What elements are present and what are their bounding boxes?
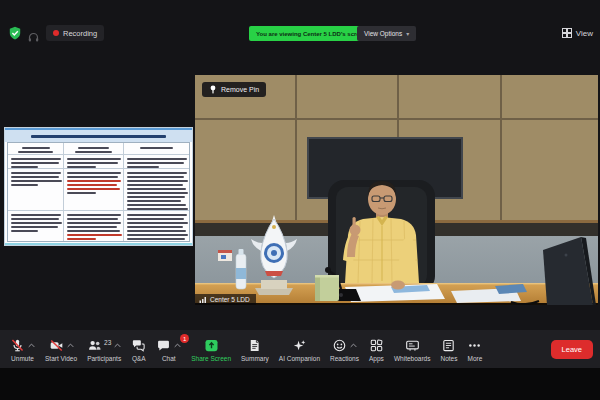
participants-icon [87, 338, 102, 353]
chevron-up-icon[interactable] [114, 343, 121, 348]
view-button[interactable]: View [562, 28, 593, 38]
view-options-button[interactable]: View Options ▾ [357, 26, 416, 41]
table-cell [124, 143, 189, 154]
green-box [315, 275, 339, 301]
chat-button[interactable]: 1Chat [153, 334, 184, 364]
table-row [8, 169, 189, 211]
table-row [8, 155, 189, 169]
table-cell [8, 169, 64, 210]
meeting-toolbar: UnmuteStart Video23ParticipantsQ&A1ChatS… [0, 330, 600, 368]
toolbar-label: Unmute [11, 355, 34, 362]
toolbar-label: Apps [369, 355, 384, 362]
whiteboards-icon [405, 338, 420, 353]
chevron-down-icon: ▾ [406, 30, 409, 37]
table-header-row [8, 143, 189, 155]
remove-pin-button[interactable]: Remove Pin [202, 82, 266, 97]
chevron-up-icon[interactable] [350, 343, 357, 348]
table-cell [64, 155, 124, 168]
water-bottle [236, 249, 246, 289]
notes-icon [441, 338, 456, 353]
leave-button[interactable]: Leave [551, 340, 593, 359]
whiteboards-button[interactable]: Whiteboards [391, 334, 434, 364]
pin-icon [209, 85, 217, 94]
reactions-button[interactable]: Reactions [327, 334, 362, 364]
recording-indicator: Recording [46, 25, 104, 41]
ai-icon [292, 338, 307, 353]
qa-icon [131, 338, 146, 353]
zoom-meeting-window: Recording You are viewing Center 5 LDD's… [0, 0, 600, 400]
table-cell [64, 143, 124, 154]
more-icon [467, 338, 482, 353]
share-icon [204, 338, 219, 353]
share-screen-button[interactable]: Share Screen [188, 334, 234, 364]
participants-count: 23 [104, 339, 111, 346]
chevron-up-icon[interactable] [28, 343, 35, 348]
desk-item-box [218, 250, 232, 261]
table-cell [8, 211, 64, 242]
recording-label: Recording [63, 29, 97, 38]
bottom-strip [0, 368, 600, 400]
table-row [8, 211, 189, 242]
qa-button[interactable]: Q&A [128, 334, 149, 364]
left-hand [391, 281, 405, 290]
table-cell [124, 155, 189, 168]
shared-screen-document [5, 128, 192, 245]
toolbar-label: Whiteboards [394, 355, 431, 362]
ai-companion-button[interactable]: AI Companion [276, 334, 323, 364]
apps-button[interactable]: Apps [366, 334, 387, 364]
summary-button[interactable]: Summary [238, 334, 272, 364]
table-cell [8, 143, 64, 154]
toolbar-label: Q&A [132, 355, 146, 362]
video-feed: Remove Pin Center 5 LDD [195, 75, 598, 305]
table-cell [64, 169, 124, 210]
toolbar-label: Notes [440, 355, 457, 362]
view-grid-icon [562, 28, 572, 38]
viewing-screen-banner: You are viewing Center 5 LDD's screen [249, 26, 374, 41]
more-button[interactable]: More [464, 334, 485, 364]
table-cell [124, 169, 189, 210]
toolbar-label: More [468, 355, 483, 362]
mic-off-icon [10, 338, 25, 353]
document-table [7, 142, 190, 242]
document-title-band [5, 130, 192, 142]
video-off-icon [49, 338, 64, 353]
table-cell [8, 155, 64, 168]
chevron-up-icon[interactable] [174, 343, 181, 348]
table-cell [64, 211, 124, 242]
chevron-up-icon[interactable] [67, 343, 74, 348]
toolbar-label: Summary [241, 355, 269, 362]
document-title [31, 135, 166, 138]
participants-button[interactable]: 23Participants [84, 334, 124, 364]
notes-button[interactable]: Notes [437, 334, 460, 364]
summary-icon [247, 338, 262, 353]
reactions-icon [332, 338, 347, 353]
audio-status-icon [28, 29, 39, 40]
toolbar-items: UnmuteStart Video23ParticipantsQ&A1ChatS… [7, 334, 551, 364]
shield-check-icon[interactable] [8, 26, 22, 40]
participant-name-label: Center 5 LDD [195, 294, 256, 305]
toolbar-label: Reactions [330, 355, 359, 362]
toolbar-label: Participants [87, 355, 121, 362]
video-scene [195, 75, 598, 305]
apps-icon [369, 338, 384, 353]
toolbar-label: Chat [162, 355, 176, 362]
unmute-button[interactable]: Unmute [7, 334, 38, 364]
chat-icon [156, 338, 171, 353]
toolbar-label: Start Video [45, 355, 77, 362]
toolbar-label: Share Screen [191, 355, 231, 362]
start-video-button[interactable]: Start Video [42, 334, 80, 364]
toolbar-label: AI Companion [279, 355, 320, 362]
recording-dot-icon [53, 30, 59, 36]
table-cell [124, 211, 189, 242]
signal-bars-icon [199, 296, 207, 303]
